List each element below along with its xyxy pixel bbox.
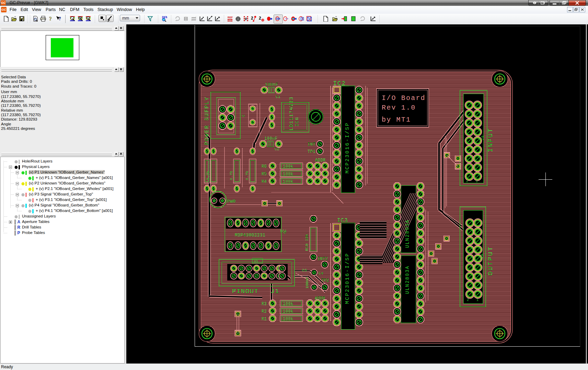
svg-text:ULN2803A: ULN2803A: [405, 220, 410, 248]
svg-text:R5: R5: [262, 172, 267, 177]
svg-text:100k: 100k: [283, 302, 293, 306]
svg-text:?: ?: [49, 16, 52, 22]
svg-text:E: E: [87, 17, 89, 20]
svg-text:100nF: 100nF: [305, 277, 309, 289]
svg-text:C1: C1: [276, 95, 280, 99]
svg-text:20: 20: [481, 254, 484, 258]
svg-text:2: 2: [466, 179, 468, 183]
svg-text:INT2: INT2: [318, 257, 328, 261]
svg-text:100nF: 100nF: [265, 82, 278, 87]
svg-text:MSP430G2231: MSP430G2231: [235, 233, 265, 238]
svg-text:1: 1: [476, 179, 478, 183]
svg-text:TP1: TP1: [308, 149, 315, 154]
svg-text:4.7k: 4.7k: [229, 171, 233, 180]
svg-text:U1: U1: [254, 259, 258, 263]
svg-text:R6: R6: [262, 164, 267, 169]
svg-text:100nF: 100nF: [264, 136, 278, 141]
svg-text:I/O Board: I/O Board: [382, 94, 426, 102]
svg-text:R4: R4: [262, 179, 267, 184]
svg-text:IC6: IC6: [295, 117, 300, 126]
svg-text:2: 2: [467, 298, 469, 302]
svg-text:?: ?: [59, 16, 61, 21]
svg-text:4.7k: 4.7k: [206, 171, 210, 180]
svg-text:LD1117AV33: LD1117AV33: [289, 97, 294, 131]
svg-text:INT: INT: [308, 142, 315, 147]
svg-text:100k: 100k: [283, 172, 293, 177]
svg-text:C2: C2: [275, 147, 279, 151]
svg-text:J1: J1: [270, 288, 279, 295]
svg-text:#: #: [245, 17, 247, 21]
svg-text:R1: R1: [262, 317, 267, 322]
svg-text:REF: REF: [228, 16, 233, 19]
svg-text:1: 1: [476, 298, 479, 302]
svg-text:2: 2: [259, 16, 261, 21]
svg-text:R2: R2: [262, 309, 267, 314]
svg-text:ULN2803A: ULN2803A: [405, 266, 410, 294]
svg-text:INPUT: INPUT: [487, 127, 494, 152]
svg-text:PWR: PWR: [227, 199, 236, 204]
svg-text:2: 2: [251, 16, 253, 21]
svg-text:MCP23016-I/SP: MCP23016-I/SP: [345, 122, 350, 173]
svg-text:MCP23016-I/SP: MCP23016-I/SP: [345, 253, 350, 304]
svg-text:R10 10k: R10 10k: [305, 234, 309, 251]
svg-text:100k: 100k: [283, 179, 293, 184]
svg-text:POWER SUPPLY: POWER SUPPLY: [204, 96, 210, 145]
svg-text:4.7k: 4.7k: [245, 171, 249, 180]
svg-text:IC1: IC1: [280, 229, 287, 233]
svg-text:PINOUT: PINOUT: [232, 288, 258, 295]
svg-text:by MT1: by MT1: [382, 116, 411, 124]
svg-text:20: 20: [481, 135, 485, 140]
svg-text:TP2: TP2: [321, 278, 329, 283]
svg-text:100k: 100k: [283, 164, 293, 169]
svg-text:C: C: [241, 114, 245, 117]
svg-text:IC3: IC3: [337, 217, 348, 224]
svg-text:C4: C4: [319, 271, 323, 276]
svg-text:100k: 100k: [283, 317, 293, 322]
svg-text:OUTPUT: OUTPUT: [487, 246, 494, 276]
svg-text:R3: R3: [262, 302, 267, 306]
svg-text:Rev 1.0: Rev 1.0: [382, 104, 416, 112]
svg-text:100k: 100k: [283, 309, 293, 314]
svg-text:C3: C3: [302, 268, 307, 272]
